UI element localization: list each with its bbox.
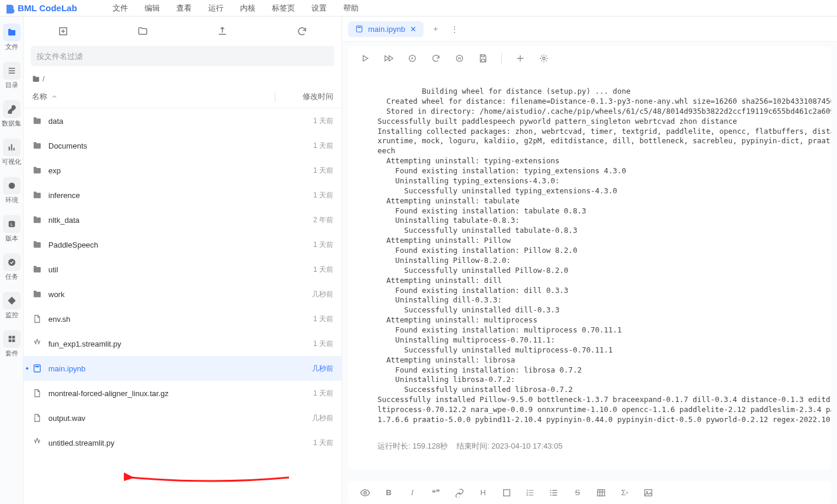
menu-run[interactable]: 运行 xyxy=(208,3,224,14)
code-button[interactable] xyxy=(501,487,512,498)
tab-more-button[interactable]: ⋮ xyxy=(448,22,461,35)
restart-button[interactable] xyxy=(431,53,441,64)
italic-button[interactable]: I xyxy=(407,487,418,498)
quote-button[interactable]: ❝❞ xyxy=(431,487,441,498)
file-panel: / 名称 修改时间 data1 天前Documents1 天前exp1 天前in… xyxy=(24,17,342,504)
file-row-output-wav[interactable]: output.wav几秒前 xyxy=(24,406,342,430)
menu-view[interactable]: 查看 xyxy=(176,3,192,14)
col-time-label[interactable]: 修改时间 xyxy=(280,91,333,102)
preview-icon[interactable] xyxy=(360,487,370,498)
sidebar-item-suite[interactable]: 套件 xyxy=(3,330,21,358)
svg-rect-12 xyxy=(460,57,461,60)
file-icon xyxy=(32,413,42,423)
file-row-env-sh[interactable]: env.sh1 天前 xyxy=(24,307,342,331)
svg-rect-5 xyxy=(34,365,41,372)
run-all-button[interactable] xyxy=(383,53,394,64)
save-button[interactable] xyxy=(478,53,488,64)
sidebar-item-label: 目录 xyxy=(5,81,18,90)
new-tab-button[interactable]: ＋ xyxy=(429,22,442,35)
file-name-label: nltk_data xyxy=(48,216,280,225)
table-button[interactable] xyxy=(596,487,606,498)
svg-point-18 xyxy=(550,495,552,496)
close-tab-button[interactable]: ✕ xyxy=(410,25,416,34)
sidebar-item-version[interactable]: L 版本 xyxy=(3,215,21,243)
runtime-value: 159.128秒 xyxy=(412,442,448,450)
sidebar-item-label: 文件 xyxy=(5,42,18,51)
settings-button[interactable] xyxy=(539,53,549,64)
output-text: Building wheel for distance (setup.py) .… xyxy=(378,87,831,424)
new-file-button[interactable] xyxy=(57,25,69,37)
interrupt-button[interactable] xyxy=(454,53,465,64)
breadcrumb-text: / xyxy=(42,74,45,83)
file-row-nltk-data[interactable]: nltk_data2 年前 xyxy=(24,207,342,232)
file-row-montreal-forced-aligner-linux-tar-gz[interactable]: montreal-forced-aligner_linux.tar.gz1 天前 xyxy=(24,381,342,406)
file-row-PaddleSpeech[interactable]: PaddleSpeech1 天前 xyxy=(24,232,342,257)
file-row-Documents[interactable]: Documents1 天前 xyxy=(24,133,342,158)
file-name-label: exp xyxy=(48,166,280,175)
menu-file[interactable]: 文件 xyxy=(113,3,128,14)
sidebar-item-env[interactable]: 环境 xyxy=(3,177,21,205)
breadcrumb[interactable]: / xyxy=(24,72,342,85)
ol-button[interactable] xyxy=(525,487,536,498)
svg-text:L: L xyxy=(10,222,12,227)
sidebar-item-outline[interactable]: 目录 xyxy=(3,62,21,90)
svg-rect-19 xyxy=(598,489,605,496)
sidebar-item-dataset[interactable]: 数据集 xyxy=(2,100,21,128)
endtime-value: 2023-04-10 17:43:05 xyxy=(491,442,563,450)
tab-main-ipynb[interactable]: main.ipynb ✕ xyxy=(348,21,424,37)
file-name-label: output.wav xyxy=(48,414,280,423)
file-row-exp[interactable]: exp1 天前 xyxy=(24,158,342,183)
menu-help[interactable]: 帮助 xyxy=(343,3,359,14)
folder-icon xyxy=(32,116,42,126)
menu-kernel[interactable]: 内核 xyxy=(240,3,255,14)
image-button[interactable] xyxy=(643,487,654,498)
folder-icon xyxy=(32,215,42,225)
upload-button[interactable] xyxy=(216,25,228,37)
file-row-untitled-streamlit-py[interactable]: untitled.streamlit.py1 天前 xyxy=(24,430,342,455)
restart-run-button[interactable] xyxy=(407,53,418,64)
folder-icon xyxy=(32,140,42,151)
file-icon xyxy=(32,388,42,398)
run-cell-button[interactable] xyxy=(360,53,370,64)
sort-asc-icon xyxy=(51,93,58,100)
endtime-label: 结束时间: xyxy=(457,442,490,450)
folder-small-icon xyxy=(32,75,40,83)
col-name-label[interactable]: 名称 xyxy=(32,91,47,102)
refresh-button[interactable] xyxy=(296,25,308,37)
sidebar-item-tasks[interactable]: 任务 xyxy=(3,253,21,281)
file-list-header: 名称 修改时间 xyxy=(24,85,342,108)
file-row-main-ipynb[interactable]: main.ipynb几秒前 xyxy=(24,356,342,381)
brand-icon xyxy=(5,3,15,14)
formula-button[interactable]: Σx xyxy=(619,487,630,498)
file-row-data[interactable]: data1 天前 xyxy=(24,108,342,133)
heading-button[interactable]: H xyxy=(478,487,488,498)
file-mtime-label: 1 天前 xyxy=(280,438,333,448)
file-filter-input[interactable] xyxy=(31,46,334,66)
file-list: data1 天前Documents1 天前exp1 天前inference1 天… xyxy=(24,108,342,504)
file-row-util[interactable]: util1 天前 xyxy=(24,257,342,282)
menu-edit[interactable]: 编辑 xyxy=(145,3,160,14)
bold-button[interactable]: B xyxy=(383,487,394,498)
new-folder-button[interactable] xyxy=(137,25,149,37)
editor-tabs: main.ipynb ✕ ＋ ⋮ xyxy=(342,17,837,42)
sidebar-item-visual[interactable]: 可视化 xyxy=(2,139,21,166)
check-icon xyxy=(3,253,21,271)
file-row-fun-exp1-streamlit-py[interactable]: fun_exp1.streamlit.py1 天前 xyxy=(24,331,342,356)
file-row-inference[interactable]: inference1 天前 xyxy=(24,183,342,207)
menu-tabs[interactable]: 标签页 xyxy=(272,3,295,14)
sidebar-item-files[interactable]: 文件 xyxy=(3,24,21,51)
ul-button[interactable] xyxy=(549,487,559,498)
file-mtime-label: 1 天前 xyxy=(280,388,333,398)
cell-output: Building wheel for distance (setup.py) .… xyxy=(348,70,831,469)
file-name-label: fun_exp1.streamlit.py xyxy=(48,340,280,348)
add-cell-button[interactable] xyxy=(515,53,526,64)
sidebar-item-monitor[interactable]: 监控 xyxy=(3,292,21,319)
link-button[interactable] xyxy=(454,487,465,498)
file-name-label: env.sh xyxy=(48,315,280,324)
folder-icon xyxy=(3,24,21,41)
runtime-label: 运行时长: xyxy=(378,442,411,450)
link-icon xyxy=(3,100,21,118)
strike-button[interactable]: S xyxy=(572,487,583,498)
menu-settings[interactable]: 设置 xyxy=(311,3,327,14)
file-row-work[interactable]: work几秒前 xyxy=(24,282,342,307)
